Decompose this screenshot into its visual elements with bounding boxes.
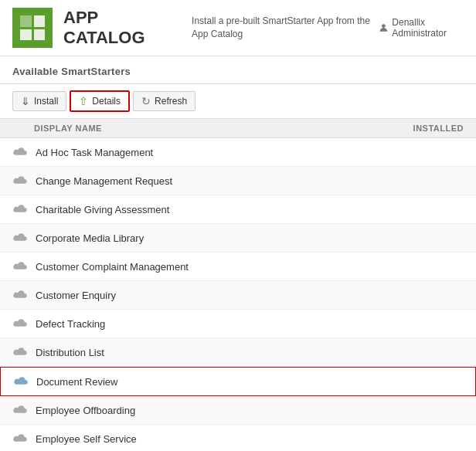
cloud-icon (12, 230, 28, 246)
cloud-icon (13, 374, 29, 389)
details-icon: ⇧ (79, 96, 88, 107)
item-name: Distribution List (36, 347, 464, 358)
cloud-icon (12, 202, 28, 217)
cloud-icon (12, 402, 28, 418)
cloud-icon (12, 316, 28, 331)
list-item[interactable]: Corporate Media Library (0, 224, 476, 253)
cloud-icon (12, 173, 28, 188)
refresh-icon: ↻ (141, 96, 151, 107)
item-name: Customer Enquiry (36, 290, 464, 301)
refresh-button[interactable]: ↻ Refresh (133, 91, 196, 111)
list-item[interactable]: Customer Enquiry (0, 281, 476, 310)
list-item[interactable]: Employee Self Service (0, 425, 476, 451)
user-label: Denallix Administrator (392, 17, 464, 39)
list-item[interactable]: Change Management Request (0, 167, 476, 195)
cloud-icon (12, 431, 28, 446)
col-display-name: DISPLAY NAME (34, 124, 402, 133)
install-icon: ⇓ (21, 96, 30, 107)
details-label: Details (92, 96, 121, 107)
list-item[interactable]: Distribution List (0, 338, 476, 367)
user-icon (379, 22, 389, 34)
toolbar: ⇓ Install ⇧ Details ↻ Refresh (0, 84, 476, 119)
app-catalog-title: APP CATALOG (63, 8, 161, 48)
available-smartstarters-title: Available SmartStarters (12, 66, 131, 77)
item-name: Ad Hoc Task Management (36, 147, 464, 158)
item-name: Defect Tracking (36, 318, 464, 330)
item-name: Corporate Media Library (36, 232, 464, 244)
item-name: Customer Complaint Management (36, 261, 464, 273)
item-name: Employee Self Service (36, 433, 464, 445)
items-list: Ad Hoc Task ManagementChange Management … (0, 138, 476, 451)
logo-box (12, 8, 53, 48)
logo-grid (20, 15, 45, 40)
list-item[interactable]: Defect Tracking (0, 310, 476, 338)
item-name: Charitable Giving Assessment (36, 204, 464, 215)
cloud-icon (12, 287, 28, 303)
item-name: Employee Offboarding (36, 405, 464, 416)
app-header: APP CATALOG Install a pre-built SmartSta… (0, 0, 476, 56)
refresh-label: Refresh (155, 96, 187, 107)
list-item[interactable]: Employee Offboarding (0, 396, 476, 425)
cloud-icon (12, 144, 28, 160)
list-item[interactable]: Document Review (0, 367, 476, 396)
install-label: Install (34, 96, 58, 107)
list-item[interactable]: Customer Complaint Management (0, 253, 476, 281)
cloud-icon (12, 259, 28, 274)
item-name: Document Review (36, 376, 463, 388)
list-item[interactable]: Charitable Giving Assessment (0, 195, 476, 224)
list-item[interactable]: Ad Hoc Task Management (0, 138, 476, 167)
table-header: DISPLAY NAME INSTALLED (0, 119, 476, 138)
user-info: Denallix Administrator (379, 17, 464, 39)
header-description: Install a pre-built SmartStarter App fro… (192, 15, 378, 41)
svg-point-0 (382, 24, 386, 28)
subheader: Available SmartStarters (0, 56, 476, 84)
cloud-icon (12, 344, 28, 360)
col-installed: INSTALLED (402, 124, 464, 133)
install-button[interactable]: ⇓ Install (12, 91, 66, 111)
item-name: Change Management Request (36, 175, 464, 187)
details-button[interactable]: ⇧ Details (70, 90, 130, 112)
